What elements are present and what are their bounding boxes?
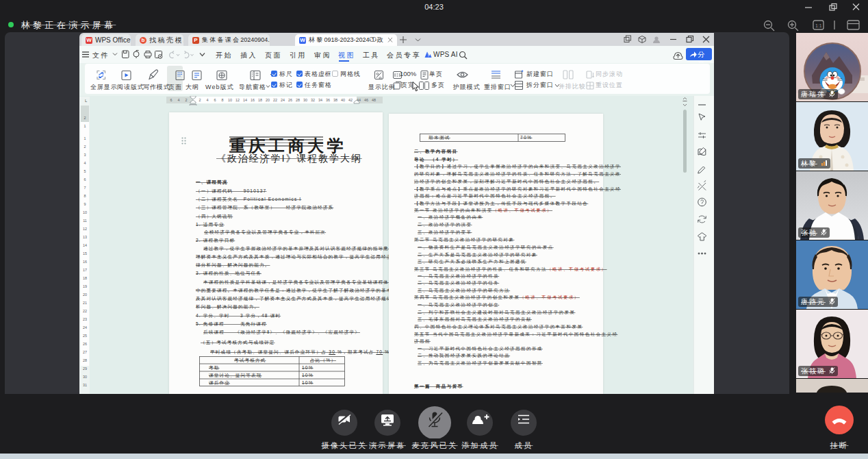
svg-text:19: 19 bbox=[83, 284, 87, 288]
svg-text:10: 10 bbox=[83, 210, 87, 214]
svg-text:25: 25 bbox=[83, 334, 87, 338]
svg-text:2: 2 bbox=[84, 116, 86, 120]
svg-text:42: 42 bbox=[348, 98, 353, 102]
svg-text:10: 10 bbox=[228, 98, 232, 102]
svg-text:26: 26 bbox=[288, 98, 292, 102]
svg-text:31: 31 bbox=[83, 383, 87, 387]
svg-text:38: 38 bbox=[333, 98, 337, 102]
svg-text:36: 36 bbox=[326, 98, 330, 102]
svg-text:28: 28 bbox=[296, 98, 300, 102]
svg-text:8: 8 bbox=[222, 98, 224, 102]
svg-text:20: 20 bbox=[83, 293, 87, 297]
svg-text:27: 27 bbox=[83, 350, 87, 354]
svg-text:15: 15 bbox=[83, 251, 87, 256]
svg-text:28: 28 bbox=[83, 358, 87, 362]
svg-text:21: 21 bbox=[83, 301, 87, 305]
svg-text:12: 12 bbox=[235, 98, 240, 102]
svg-text:5: 5 bbox=[84, 169, 86, 173]
svg-text:4: 4 bbox=[207, 98, 209, 102]
svg-text:23: 23 bbox=[83, 317, 87, 321]
svg-text:32: 32 bbox=[311, 98, 315, 102]
svg-text:13: 13 bbox=[83, 235, 87, 239]
svg-text:22: 22 bbox=[273, 98, 277, 102]
svg-text:34: 34 bbox=[318, 98, 322, 102]
svg-text:2: 2 bbox=[199, 98, 201, 102]
svg-text:1: 1 bbox=[84, 136, 86, 140]
svg-text:48: 48 bbox=[372, 98, 376, 102]
svg-text:12: 12 bbox=[83, 227, 87, 231]
svg-text:3: 3 bbox=[84, 153, 86, 157]
svg-text:18: 18 bbox=[258, 98, 262, 102]
svg-text:14: 14 bbox=[243, 98, 247, 102]
svg-text:30: 30 bbox=[83, 375, 87, 379]
svg-text:1: 1 bbox=[84, 124, 86, 128]
svg-text:24: 24 bbox=[281, 98, 285, 102]
svg-text:11: 11 bbox=[83, 219, 87, 223]
svg-text:4: 4 bbox=[178, 98, 180, 102]
svg-text:6: 6 bbox=[84, 177, 86, 182]
svg-text:9: 9 bbox=[84, 202, 86, 206]
svg-text:14: 14 bbox=[83, 243, 87, 247]
svg-text:46: 46 bbox=[364, 98, 368, 102]
svg-text:6: 6 bbox=[170, 98, 173, 102]
svg-text:26: 26 bbox=[83, 342, 87, 346]
svg-text:22: 22 bbox=[83, 309, 87, 313]
svg-text:6: 6 bbox=[214, 98, 216, 102]
svg-text:8: 8 bbox=[84, 194, 86, 198]
svg-text:16: 16 bbox=[83, 260, 87, 264]
svg-text:40: 40 bbox=[341, 98, 345, 102]
svg-text:20: 20 bbox=[266, 98, 270, 102]
svg-text:4: 4 bbox=[84, 161, 86, 165]
svg-text:2: 2 bbox=[84, 145, 86, 149]
svg-text:1:1: 1:1 bbox=[815, 23, 822, 28]
svg-text:29: 29 bbox=[83, 367, 87, 371]
svg-text:16: 16 bbox=[251, 98, 255, 102]
svg-text:2: 2 bbox=[186, 98, 188, 102]
svg-text:7: 7 bbox=[84, 186, 86, 190]
svg-text:24: 24 bbox=[83, 325, 87, 330]
svg-text:18: 18 bbox=[83, 276, 87, 280]
svg-text:17: 17 bbox=[83, 268, 87, 272]
svg-text:30: 30 bbox=[303, 98, 307, 102]
